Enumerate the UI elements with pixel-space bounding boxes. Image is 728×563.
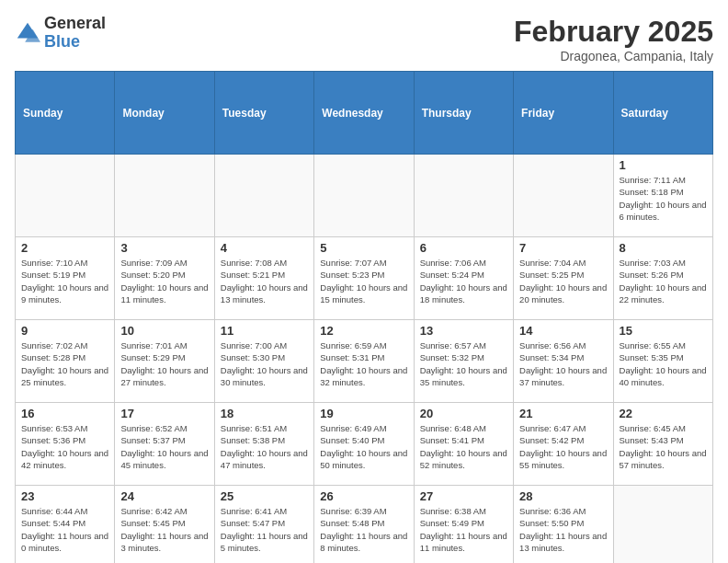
day-number: 16	[21, 407, 108, 420]
page-header: General Blue February 2025 Dragonea, Cam…	[15, 15, 713, 63]
calendar-cell	[16, 155, 115, 237]
calendar-cell: 6Sunrise: 7:06 AM Sunset: 5:24 PM Daylig…	[414, 237, 513, 320]
day-info: Sunrise: 7:00 AM Sunset: 5:30 PM Dayligh…	[221, 339, 308, 388]
day-info: Sunrise: 7:02 AM Sunset: 5:28 PM Dayligh…	[21, 339, 108, 388]
logo-icon	[15, 20, 40, 46]
day-info: Sunrise: 6:36 AM Sunset: 5:50 PM Dayligh…	[519, 505, 607, 554]
logo: General Blue	[15, 15, 106, 52]
calendar-cell: 2Sunrise: 7:10 AM Sunset: 5:19 PM Daylig…	[16, 237, 115, 320]
calendar-cell: 19Sunrise: 6:49 AM Sunset: 5:40 PM Dayli…	[314, 403, 414, 486]
day-info: Sunrise: 6:52 AM Sunset: 5:37 PM Dayligh…	[120, 422, 208, 471]
col-saturday: Saturday	[613, 72, 712, 155]
day-info: Sunrise: 7:09 AM Sunset: 5:20 PM Dayligh…	[120, 257, 208, 305]
day-info: Sunrise: 6:45 AM Sunset: 5:43 PM Dayligh…	[620, 422, 707, 471]
day-info: Sunrise: 6:57 AM Sunset: 5:32 PM Dayligh…	[420, 339, 507, 388]
logo-general-text: General	[44, 14, 106, 32]
calendar-cell: 27Sunrise: 6:38 AM Sunset: 5:49 PM Dayli…	[414, 486, 513, 564]
calendar-cell: 5Sunrise: 7:07 AM Sunset: 5:23 PM Daylig…	[314, 237, 414, 320]
calendar-cell	[214, 155, 313, 237]
calendar-week-1: 1Sunrise: 7:11 AM Sunset: 5:18 PM Daylig…	[16, 155, 713, 237]
day-info: Sunrise: 6:55 AM Sunset: 5:35 PM Dayligh…	[620, 339, 707, 388]
day-info: Sunrise: 6:53 AM Sunset: 5:36 PM Dayligh…	[21, 422, 108, 471]
calendar-cell	[115, 155, 214, 237]
day-number: 12	[320, 324, 407, 338]
calendar-cell: 8Sunrise: 7:03 AM Sunset: 5:26 PM Daylig…	[613, 237, 712, 320]
day-number: 6	[420, 241, 507, 255]
day-info: Sunrise: 6:56 AM Sunset: 5:34 PM Dayligh…	[519, 339, 607, 388]
day-info: Sunrise: 6:59 AM Sunset: 5:31 PM Dayligh…	[320, 339, 407, 388]
day-number: 26	[320, 489, 407, 503]
day-number: 20	[420, 407, 507, 420]
calendar-cell: 22Sunrise: 6:45 AM Sunset: 5:43 PM Dayli…	[613, 403, 712, 486]
day-number: 28	[519, 489, 607, 503]
day-number: 9	[21, 324, 108, 338]
day-info: Sunrise: 7:08 AM Sunset: 5:21 PM Dayligh…	[221, 257, 308, 305]
calendar-cell: 18Sunrise: 6:51 AM Sunset: 5:38 PM Dayli…	[214, 403, 313, 486]
calendar-cell: 24Sunrise: 6:42 AM Sunset: 5:45 PM Dayli…	[115, 486, 214, 564]
day-number: 23	[21, 489, 108, 503]
col-wednesday: Wednesday	[314, 72, 414, 155]
calendar-cell	[314, 155, 414, 237]
day-number: 10	[120, 324, 208, 338]
calendar-cell: 9Sunrise: 7:02 AM Sunset: 5:28 PM Daylig…	[16, 320, 115, 403]
calendar-cell: 28Sunrise: 6:36 AM Sunset: 5:50 PM Dayli…	[514, 486, 613, 564]
day-number: 21	[519, 407, 607, 420]
calendar-cell	[613, 486, 712, 564]
day-info: Sunrise: 7:01 AM Sunset: 5:29 PM Dayligh…	[120, 339, 208, 388]
calendar-cell	[414, 155, 513, 237]
day-number: 15	[620, 324, 707, 338]
day-number: 2	[21, 241, 108, 255]
calendar-cell: 3Sunrise: 7:09 AM Sunset: 5:20 PM Daylig…	[115, 237, 214, 320]
day-number: 1	[620, 158, 707, 172]
day-info: Sunrise: 6:49 AM Sunset: 5:40 PM Dayligh…	[320, 422, 407, 471]
col-sunday: Sunday	[16, 72, 115, 155]
calendar-cell: 11Sunrise: 7:00 AM Sunset: 5:30 PM Dayli…	[214, 320, 313, 403]
calendar-cell: 4Sunrise: 7:08 AM Sunset: 5:21 PM Daylig…	[214, 237, 313, 320]
col-thursday: Thursday	[414, 72, 513, 155]
day-info: Sunrise: 7:10 AM Sunset: 5:19 PM Dayligh…	[21, 257, 108, 305]
day-info: Sunrise: 7:06 AM Sunset: 5:24 PM Dayligh…	[420, 257, 507, 305]
calendar-table: Sunday Monday Tuesday Wednesday Thursday…	[15, 71, 713, 563]
day-number: 14	[519, 324, 607, 338]
day-number: 19	[320, 407, 407, 420]
day-number: 5	[320, 241, 407, 255]
calendar-cell: 13Sunrise: 6:57 AM Sunset: 5:32 PM Dayli…	[414, 320, 513, 403]
calendar-cell: 20Sunrise: 6:48 AM Sunset: 5:41 PM Dayli…	[414, 403, 513, 486]
calendar-cell: 1Sunrise: 7:11 AM Sunset: 5:18 PM Daylig…	[613, 155, 712, 237]
day-number: 22	[620, 407, 707, 420]
day-info: Sunrise: 6:39 AM Sunset: 5:48 PM Dayligh…	[320, 505, 407, 554]
day-number: 17	[120, 407, 208, 420]
day-info: Sunrise: 7:04 AM Sunset: 5:25 PM Dayligh…	[519, 257, 607, 305]
calendar-cell: 12Sunrise: 6:59 AM Sunset: 5:31 PM Dayli…	[314, 320, 414, 403]
calendar-week-5: 23Sunrise: 6:44 AM Sunset: 5:44 PM Dayli…	[16, 486, 713, 564]
col-friday: Friday	[514, 72, 613, 155]
calendar-cell: 7Sunrise: 7:04 AM Sunset: 5:25 PM Daylig…	[514, 237, 613, 320]
calendar-cell: 26Sunrise: 6:39 AM Sunset: 5:48 PM Dayli…	[314, 486, 414, 564]
day-info: Sunrise: 6:42 AM Sunset: 5:45 PM Dayligh…	[120, 505, 208, 554]
calendar-header-row: Sunday Monday Tuesday Wednesday Thursday…	[16, 72, 713, 155]
calendar-cell: 25Sunrise: 6:41 AM Sunset: 5:47 PM Dayli…	[214, 486, 313, 564]
calendar-week-4: 16Sunrise: 6:53 AM Sunset: 5:36 PM Dayli…	[16, 403, 713, 486]
day-info: Sunrise: 6:51 AM Sunset: 5:38 PM Dayligh…	[221, 422, 308, 471]
day-number: 7	[519, 241, 607, 255]
calendar-cell: 15Sunrise: 6:55 AM Sunset: 5:35 PM Dayli…	[613, 320, 712, 403]
day-number: 27	[420, 489, 507, 503]
day-info: Sunrise: 6:41 AM Sunset: 5:47 PM Dayligh…	[221, 505, 308, 554]
calendar-cell: 16Sunrise: 6:53 AM Sunset: 5:36 PM Dayli…	[16, 403, 115, 486]
day-number: 13	[420, 324, 507, 338]
day-number: 24	[120, 489, 208, 503]
day-info: Sunrise: 6:44 AM Sunset: 5:44 PM Dayligh…	[21, 505, 108, 554]
calendar-cell: 21Sunrise: 6:47 AM Sunset: 5:42 PM Dayli…	[514, 403, 613, 486]
day-number: 4	[221, 241, 308, 255]
month-title: February 2025	[514, 15, 713, 49]
col-tuesday: Tuesday	[214, 72, 313, 155]
day-info: Sunrise: 7:03 AM Sunset: 5:26 PM Dayligh…	[620, 257, 707, 305]
day-info: Sunrise: 6:48 AM Sunset: 5:41 PM Dayligh…	[420, 422, 507, 471]
day-info: Sunrise: 7:07 AM Sunset: 5:23 PM Dayligh…	[320, 257, 407, 305]
logo-blue-text: Blue	[44, 32, 80, 51]
day-number: 25	[221, 489, 308, 503]
calendar-cell: 17Sunrise: 6:52 AM Sunset: 5:37 PM Dayli…	[115, 403, 214, 486]
calendar-cell: 10Sunrise: 7:01 AM Sunset: 5:29 PM Dayli…	[115, 320, 214, 403]
calendar-cell	[514, 155, 613, 237]
col-monday: Monday	[115, 72, 214, 155]
